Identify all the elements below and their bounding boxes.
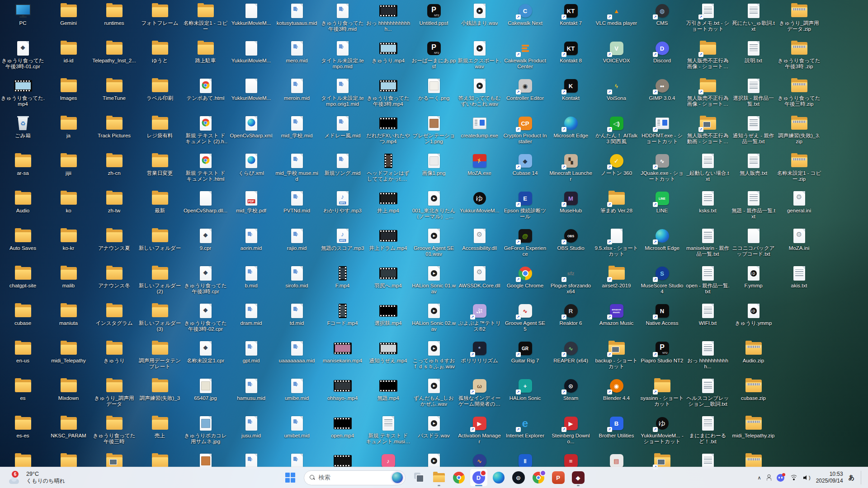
desktop-icon[interactable]: ↗Cakewalk Product Center xyxy=(502,38,548,76)
desktop-icon[interactable]: かるーく.png xyxy=(411,76,457,113)
desktop-icon[interactable]: Telepathy_Inst_2... xyxy=(91,38,137,76)
desktop-icon[interactable]: R↗Reaktor 6 xyxy=(548,301,594,338)
desktop-icon[interactable]: M↗MuseHub xyxy=(548,188,594,226)
desktop-icon[interactable]: 画像1.png xyxy=(411,151,457,188)
desktop-icon[interactable]: PC xyxy=(0,1,46,38)
desktop-icon[interactable]: 新規 テキスト ドキュメント.musicxml xyxy=(365,413,411,451)
desktop-icon[interactable]: ◆きゅうり食ってた午後3時-02.cpr xyxy=(183,301,228,338)
desktop-icon[interactable]: ar-sa xyxy=(0,151,46,188)
desktop-icon[interactable]: ω↗孤独なインディーゲーム開発者の一生 ... xyxy=(457,376,502,413)
desktop-icon[interactable]: V↗VOICEVOX xyxy=(594,38,639,76)
desktop-icon[interactable]: chatgpt-site xyxy=(0,263,46,301)
desktop-icon[interactable]: きゅうり食ってた午後3時.mp4 xyxy=(365,76,411,113)
desktop-icon[interactable]: ♪メドレー風.mid xyxy=(320,113,365,151)
chrome-button[interactable] xyxy=(450,469,468,487)
desktop-icon[interactable]: 名称未設定1 - コピー xyxy=(183,1,228,38)
desktop-icon[interactable]: ◆↗Cubase 14 xyxy=(502,151,548,188)
desktop-icon[interactable]: きゅうり食ってた午後3時 .zip xyxy=(776,38,822,76)
desktop-icon[interactable]: きゅうり xyxy=(91,338,137,376)
desktop-icon[interactable]: おっ hhhhhhhhhhhh... xyxy=(365,1,411,38)
desktop-icon[interactable]: ♪MP3わかりやす.mp3 xyxy=(320,188,365,226)
desktop-icon[interactable]: 路上駐車 xyxy=(183,38,228,76)
desktop-icon[interactable]: ▶Groove Agent SE 01.wav xyxy=(411,226,457,263)
weather-widget[interactable]: 6 29°C くもりのち晴れ xyxy=(5,467,70,488)
tray-app-icon[interactable] xyxy=(767,474,771,481)
desktop-icon[interactable]: Audio xyxy=(0,188,46,226)
desktop-icon[interactable]: 羽尻へ.mp4 xyxy=(365,263,411,301)
desktop-icon[interactable]: きゅうり_調声用データ.zip xyxy=(776,1,822,38)
desktop-icon[interactable]: ▶HALion Sonic 02.wav xyxy=(411,301,457,338)
desktop-icon[interactable]: ▶HALion Sonic 01.wav xyxy=(411,263,457,301)
desktop-icon[interactable]: YukkuriMovieM... xyxy=(228,1,274,38)
desktop-icon[interactable]: ♪MP3無題のスコア.mp3 xyxy=(320,226,365,263)
desktop-icon[interactable]: PNT2↗Piapro Studio NT2 xyxy=(639,338,685,376)
desktop-icon[interactable]: D↗Discord xyxy=(639,38,685,76)
desktop-icon[interactable]: ♪kotusytuaaus.mid xyxy=(274,1,320,38)
desktop-icon[interactable]: 新規 テキスト ドキュメント.html xyxy=(183,151,228,188)
desktop-icon[interactable]: 選択肢 - 親作品一覧.txt xyxy=(731,76,776,113)
desktop-icon[interactable]: cubase xyxy=(0,301,46,338)
desktop-icon[interactable]: zh-tw xyxy=(91,188,137,226)
desktop-icon[interactable]: きゅうり食ってた午後三時.zip xyxy=(776,76,822,113)
desktop-icon[interactable]: ニコニコバックアップコード.txt xyxy=(731,226,776,263)
discord-button[interactable]: D xyxy=(470,469,488,487)
desktop-icon[interactable]: B↗Brother Utilities xyxy=(594,413,639,451)
desktop-icon[interactable]: ◆きゅうり食ってた午後3時-01.cpr xyxy=(0,38,46,76)
desktop-icon[interactable]: ヘッドフォンはずしててよかっt.mp4 xyxy=(365,151,411,188)
search-input[interactable]: 検索 xyxy=(304,470,406,485)
desktop-icon[interactable]: S↗MuseScore Studio 4 xyxy=(639,263,685,301)
show-desktop-strip[interactable] xyxy=(861,471,863,484)
desktop-icon[interactable]: @↗GeForce Experience xyxy=(502,226,548,263)
desktop-icon[interactable]: ↗無人販売不正行為画像 - ショートカッ... xyxy=(685,38,731,76)
desktop-icon[interactable]: ◆名称未設定1.cpr xyxy=(183,338,228,376)
desktop-icon[interactable]: OpenCvSharp.dll... xyxy=(183,188,228,226)
desktop-icon[interactable]: open - 親作品一覧.txt xyxy=(685,263,731,301)
desktop-icon[interactable]: ϟ↗VoiSona xyxy=(594,76,639,113)
start-button[interactable] xyxy=(281,469,299,487)
desktop-icon[interactable]: CP↗Crypton Product Installer xyxy=(502,113,548,151)
desktop-icon[interactable]: ⚙MoZA.ini xyxy=(776,226,822,263)
desktop-icon[interactable]: 選択肢.mp4 xyxy=(365,301,411,338)
desktop-icon[interactable]: ▶答え知っててもむずいわこれ.wav xyxy=(457,76,502,113)
desktop-icon[interactable]: おっ hhhhhhhhhhh... xyxy=(685,338,731,376)
desktop-icon[interactable]: くらび.xml xyxy=(228,151,274,188)
desktop-icon[interactable]: 名称未設定1 - コピー.zip xyxy=(776,151,822,188)
desktop-icon[interactable]: WIFI.txt xyxy=(685,301,731,338)
volume-icon[interactable]: ) xyxy=(803,475,811,481)
desktop-icon[interactable]: ♪td.mid xyxy=(274,301,320,338)
desktop-icon[interactable]: テンポあて.html xyxy=(183,76,228,113)
desktop-icon[interactable]: ◆きゅうり食ってた午後3時.cpr xyxy=(183,263,228,301)
edge-button[interactable] xyxy=(490,469,508,487)
hidden-icons-chevron[interactable]: ∧ xyxy=(758,475,761,481)
desktop-icon[interactable]: createdump.exe xyxy=(457,113,502,151)
desktop-icon[interactable]: ♪新規ソング.mid xyxy=(320,151,365,188)
desktop-icon[interactable]: OBS↗OBS Studio xyxy=(548,226,594,263)
desktop-icon[interactable]: YukkuriMovieM... xyxy=(228,76,274,113)
desktop-icon[interactable]: jijii xyxy=(46,151,91,188)
desktop-icon[interactable]: LINE↗LINE xyxy=(639,188,685,226)
desktop-icon[interactable]: 最新 xyxy=(137,188,183,226)
desktop-icon[interactable]: midi_Telepathy.zip xyxy=(731,413,776,451)
desktop-icon[interactable]: ⚙Accessibility.dll xyxy=(457,226,502,263)
desktop-icon[interactable]: ▶小銭詰まり.wav xyxy=(457,1,502,38)
desktop-icon[interactable]: Mixdown xyxy=(46,376,91,413)
desktop-icon[interactable]: *↗ポリリリリズム xyxy=(457,338,502,376)
desktop-icon[interactable]: 井上ドラム.mp4 xyxy=(365,226,411,263)
desktop-icon[interactable]: 無題 - 親作品一覧.txt xyxy=(731,188,776,226)
desktop-icon[interactable]: runtimes xyxy=(91,1,137,38)
desktop-icon[interactable]: ▶パスドラ.wav xyxy=(411,413,457,451)
desktop-icon[interactable]: PDFmid_学校.pdf xyxy=(228,188,274,226)
desktop-icon[interactable]: ∿↗REAPER (x64) xyxy=(548,338,594,376)
chrome-profile-button[interactable] xyxy=(529,469,547,487)
desktop-icon[interactable]: en-us xyxy=(0,338,46,376)
desktop-icon[interactable]: 井上.mp4 xyxy=(365,188,411,226)
desktop-icon[interactable]: ksks.txt xyxy=(685,188,731,226)
desktop-icon[interactable]: ♪umibe.mid xyxy=(274,376,320,413)
desktop-icon[interactable]: _起動しない場合.txt xyxy=(685,151,731,188)
desktop-icon[interactable]: きゅうり_調声用データ xyxy=(91,376,137,413)
desktop-icon[interactable]: ↗Microsoft Edge xyxy=(639,226,685,263)
discord-tray-icon[interactable] xyxy=(777,474,784,482)
desktop-icon[interactable]: KT↗Kontakt 7 xyxy=(548,1,594,38)
desktop-icon[interactable]: きゅうり食ってた.mp4 xyxy=(0,76,46,113)
desktop-icon[interactable]: ▶ずんだもん_しおかぜふ.wav xyxy=(411,376,457,413)
